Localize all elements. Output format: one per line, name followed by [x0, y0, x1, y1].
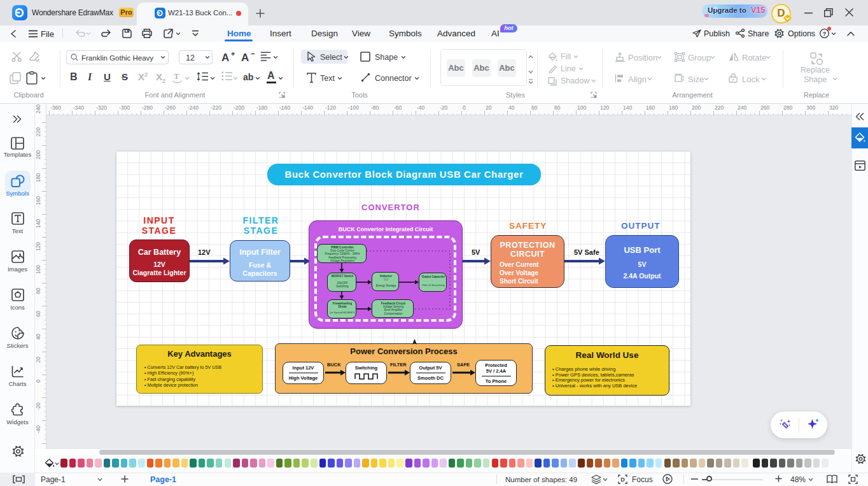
svg-text:D: D — [620, 476, 625, 483]
svg-text:T: T — [174, 71, 179, 81]
svg-text:?: ? — [823, 30, 827, 37]
svg-text:A: A — [221, 52, 229, 64]
svg-text:A: A — [241, 52, 249, 64]
